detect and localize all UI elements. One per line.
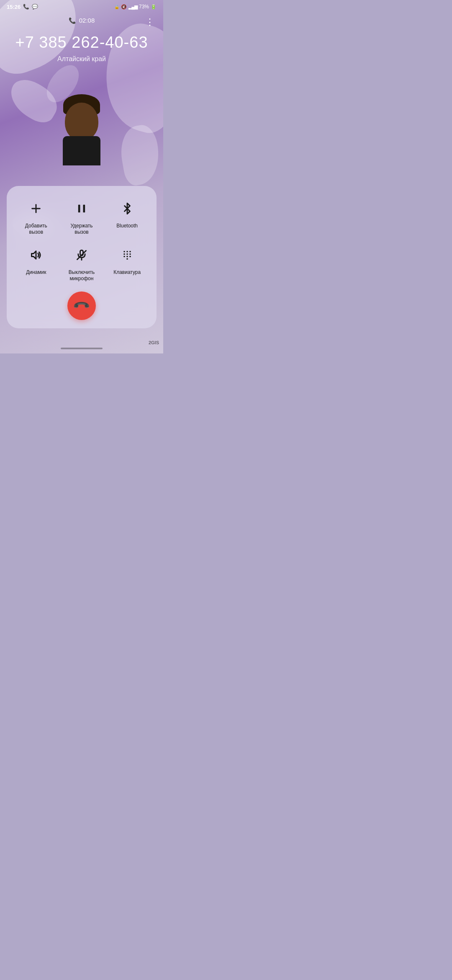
caller-location: Алтайский край: [0, 55, 163, 63]
svg-point-13: [129, 253, 131, 255]
svg-point-17: [126, 258, 128, 260]
more-options-button[interactable]: ⋮: [145, 17, 155, 28]
avatar-head: [65, 103, 98, 140]
mute-icon: 🔇: [121, 4, 127, 10]
svg-point-10: [129, 251, 131, 253]
svg-rect-3: [83, 204, 85, 212]
control-panel: Добавитьвызов Удержатьвызов Bluetooth: [7, 186, 157, 328]
mute-mic-button[interactable]: Выключитьмикрофон: [59, 244, 105, 282]
bluetooth-label: Bluetooth: [116, 223, 138, 230]
svg-point-12: [126, 253, 128, 255]
bluetooth-icon: [116, 198, 138, 219]
svg-point-14: [123, 256, 125, 258]
svg-point-16: [129, 256, 131, 258]
call-duration: 02:08: [79, 17, 95, 24]
add-call-icon: [25, 198, 47, 219]
speaker-label: Динамик: [26, 269, 46, 276]
controls-grid: Добавитьвызов Удержатьвызов Bluetooth: [13, 198, 150, 282]
end-call-icon: 📞: [72, 297, 91, 315]
hold-button[interactable]: Удержатьвызов: [59, 198, 105, 236]
svg-point-11: [123, 253, 125, 255]
caller-avatar: [44, 73, 119, 165]
avatar-body: [63, 136, 100, 165]
add-call-button[interactable]: Добавитьвызов: [13, 198, 59, 236]
caller-number: +7 385 262-40-63: [0, 34, 163, 52]
keypad-button[interactable]: Клавиатура: [104, 244, 150, 282]
end-call-row: 📞: [13, 291, 150, 320]
svg-marker-4: [32, 251, 36, 259]
whatsapp-icon: 💬: [32, 4, 38, 10]
add-call-label: Добавитьвызов: [25, 223, 47, 236]
time-display: 15:26: [7, 4, 21, 10]
svg-point-15: [126, 256, 128, 258]
svg-point-9: [126, 251, 128, 253]
call-header-phone-icon: 📞: [69, 17, 76, 24]
hold-icon: [71, 198, 92, 219]
speaker-button[interactable]: Динамик: [13, 244, 59, 282]
end-call-button[interactable]: 📞: [67, 291, 96, 320]
battery-level: 73%: [139, 4, 149, 10]
mute-mic-label: Выключитьмикрофон: [69, 269, 95, 282]
speaker-icon: [25, 244, 47, 266]
phone-icon: 📞: [23, 4, 29, 10]
bluetooth-button[interactable]: Bluetooth: [104, 198, 150, 236]
status-left: 15:26 📞 💬: [7, 4, 38, 10]
battery-icon: 🔋: [151, 4, 157, 10]
mute-mic-icon: [71, 244, 92, 266]
keypad-icon: [116, 244, 138, 266]
gis-badge: 2GIS: [149, 340, 159, 345]
avatar-figure: [44, 73, 119, 165]
svg-rect-2: [78, 204, 80, 212]
keypad-label: Клавиатура: [113, 269, 141, 276]
signal-icon: ▂▄▆: [128, 4, 137, 10]
sim-icon: 🔒: [114, 5, 119, 9]
bottom-nav-indicator: [61, 348, 103, 349]
svg-point-8: [123, 251, 125, 253]
status-right: 🔒 🔇 ▂▄▆ 73% 🔋: [114, 4, 157, 10]
status-bar: 15:26 📞 💬 🔒 🔇 ▂▄▆ 73% 🔋: [0, 0, 163, 13]
call-header: 📞 02:08: [0, 17, 163, 24]
hold-label: Удержатьвызов: [70, 223, 92, 236]
